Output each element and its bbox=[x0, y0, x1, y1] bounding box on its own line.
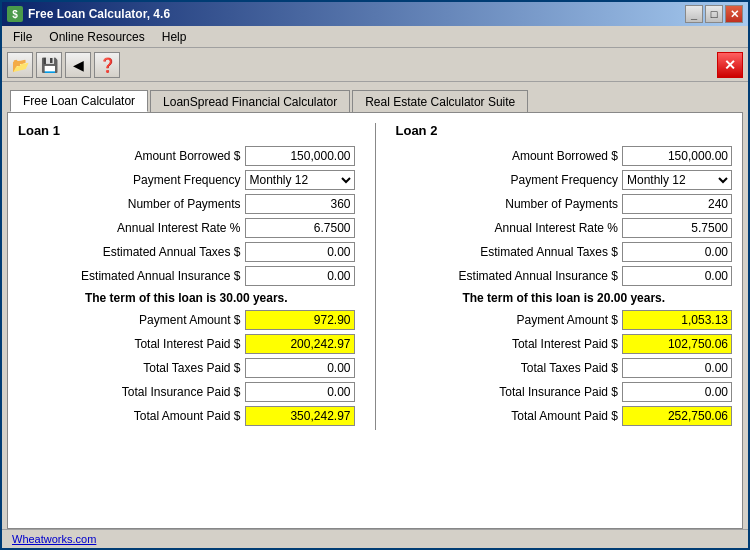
loan1-payment-amount-label: Payment Amount $ bbox=[139, 313, 240, 327]
loan1-total-interest-label: Total Interest Paid $ bbox=[134, 337, 240, 351]
loans-container: Loan 1 Amount Borrowed $ Payment Frequen… bbox=[18, 123, 732, 430]
close-window-button[interactable]: ✕ bbox=[725, 5, 743, 23]
menu-online-resources[interactable]: Online Resources bbox=[43, 28, 150, 46]
loan1-section: Loan 1 Amount Borrowed $ Payment Frequen… bbox=[18, 123, 355, 430]
close-icon: ✕ bbox=[724, 57, 736, 73]
loan1-total-insurance-row: Total Insurance Paid $ bbox=[18, 382, 355, 402]
loan1-amount-row: Amount Borrowed $ bbox=[18, 146, 355, 166]
loan1-total-taxes-label: Total Taxes Paid $ bbox=[143, 361, 240, 375]
loan2-freq-label: Payment Frequency bbox=[511, 173, 618, 187]
footer: Wheatworks.com bbox=[2, 529, 748, 548]
loan2-payments-label: Number of Payments bbox=[505, 197, 618, 211]
loan1-total-insurance-value[interactable] bbox=[245, 382, 355, 402]
loan1-freq-select[interactable]: Monthly 12 Bi-Weekly 26 Weekly 52 bbox=[245, 170, 355, 190]
loan1-payments-input[interactable] bbox=[245, 194, 355, 214]
loan2-total-insurance-value[interactable] bbox=[622, 382, 732, 402]
save-button[interactable]: 💾 bbox=[36, 52, 62, 78]
loan1-payments-label: Number of Payments bbox=[128, 197, 241, 211]
loan2-amount-label: Amount Borrowed $ bbox=[512, 149, 618, 163]
loan2-payment-amount-value[interactable] bbox=[622, 310, 732, 330]
loan1-taxes-row: Estimated Annual Taxes $ bbox=[18, 242, 355, 262]
loan2-total-insurance-row: Total Insurance Paid $ bbox=[396, 382, 733, 402]
loan1-rate-input[interactable] bbox=[245, 218, 355, 238]
loan1-total-interest-value[interactable] bbox=[245, 334, 355, 354]
loan2-taxes-label: Estimated Annual Taxes $ bbox=[480, 245, 618, 259]
open-icon: 📂 bbox=[12, 57, 29, 73]
tab-real-estate[interactable]: Real Estate Calculator Suite bbox=[352, 90, 528, 112]
loan1-total-interest-row: Total Interest Paid $ bbox=[18, 334, 355, 354]
loan1-rate-label: Annual Interest Rate % bbox=[117, 221, 240, 235]
tab-free-loan-calculator[interactable]: Free Loan Calculator bbox=[10, 90, 148, 112]
loan1-title: Loan 1 bbox=[18, 123, 355, 138]
menu-file[interactable]: File bbox=[7, 28, 38, 46]
loan2-insurance-input[interactable] bbox=[622, 266, 732, 286]
loan1-total-taxes-value[interactable] bbox=[245, 358, 355, 378]
help-icon: ❓ bbox=[99, 57, 116, 73]
toolbar: 📂 💾 ◀ ❓ ✕ bbox=[2, 48, 748, 82]
loan2-total-amount-row: Total Amount Paid $ bbox=[396, 406, 733, 426]
loan2-freq-select[interactable]: Monthly 12 Bi-Weekly 26 Weekly 52 bbox=[622, 170, 732, 190]
loan2-payments-input[interactable] bbox=[622, 194, 732, 214]
main-content: Loan 1 Amount Borrowed $ Payment Frequen… bbox=[7, 112, 743, 529]
loan2-payment-amount-label: Payment Amount $ bbox=[517, 313, 618, 327]
help-button[interactable]: ❓ bbox=[94, 52, 120, 78]
loan2-total-amount-value[interactable] bbox=[622, 406, 732, 426]
loan2-taxes-input[interactable] bbox=[622, 242, 732, 262]
save-icon: 💾 bbox=[41, 57, 58, 73]
menu-bar: File Online Resources Help bbox=[2, 26, 748, 48]
open-button[interactable]: 📂 bbox=[7, 52, 33, 78]
loan1-freq-label: Payment Frequency bbox=[133, 173, 240, 187]
loan2-payment-amount-row: Payment Amount $ bbox=[396, 310, 733, 330]
tab-loanspread[interactable]: LoanSpread Financial Calculator bbox=[150, 90, 350, 112]
maximize-button[interactable]: □ bbox=[705, 5, 723, 23]
loan1-insurance-input[interactable] bbox=[245, 266, 355, 286]
loan2-total-taxes-value[interactable] bbox=[622, 358, 732, 378]
loan1-total-insurance-label: Total Insurance Paid $ bbox=[122, 385, 241, 399]
loan1-payments-row: Number of Payments bbox=[18, 194, 355, 214]
close-button[interactable]: ✕ bbox=[717, 52, 743, 78]
loan2-freq-row: Payment Frequency Monthly 12 Bi-Weekly 2… bbox=[396, 170, 733, 190]
loan2-rate-label: Annual Interest Rate % bbox=[495, 221, 618, 235]
loan2-section: Loan 2 Amount Borrowed $ Payment Frequen… bbox=[396, 123, 733, 430]
loan1-amount-label: Amount Borrowed $ bbox=[134, 149, 240, 163]
loan2-total-insurance-label: Total Insurance Paid $ bbox=[499, 385, 618, 399]
footer-link[interactable]: Wheatworks.com bbox=[12, 533, 96, 545]
loan1-payment-amount-value[interactable] bbox=[245, 310, 355, 330]
loan2-total-interest-label: Total Interest Paid $ bbox=[512, 337, 618, 351]
loan2-title: Loan 2 bbox=[396, 123, 733, 138]
loan1-freq-row: Payment Frequency Monthly 12 Bi-Weekly 2… bbox=[18, 170, 355, 190]
vertical-divider bbox=[375, 123, 376, 430]
title-bar-left: $ Free Loan Calculator, 4.6 bbox=[7, 6, 170, 22]
loan1-term-label: The term of this loan is 30.00 years. bbox=[18, 291, 355, 305]
loan2-insurance-row: Estimated Annual Insurance $ bbox=[396, 266, 733, 286]
loan1-total-amount-value[interactable] bbox=[245, 406, 355, 426]
loan1-amount-input[interactable] bbox=[245, 146, 355, 166]
loan2-payments-row: Number of Payments bbox=[396, 194, 733, 214]
loan1-taxes-input[interactable] bbox=[245, 242, 355, 262]
loan2-taxes-row: Estimated Annual Taxes $ bbox=[396, 242, 733, 262]
loan2-total-amount-label: Total Amount Paid $ bbox=[511, 409, 618, 423]
loan2-term-label: The term of this loan is 20.00 years. bbox=[396, 291, 733, 305]
main-window: $ Free Loan Calculator, 4.6 _ □ ✕ File O… bbox=[0, 0, 750, 550]
app-icon: $ bbox=[7, 6, 23, 22]
loan2-amount-input[interactable] bbox=[622, 146, 732, 166]
loan2-insurance-label: Estimated Annual Insurance $ bbox=[459, 269, 618, 283]
loan2-total-taxes-row: Total Taxes Paid $ bbox=[396, 358, 733, 378]
loan2-total-taxes-label: Total Taxes Paid $ bbox=[521, 361, 618, 375]
minimize-button[interactable]: _ bbox=[685, 5, 703, 23]
loan1-total-amount-label: Total Amount Paid $ bbox=[134, 409, 241, 423]
loan1-taxes-label: Estimated Annual Taxes $ bbox=[103, 245, 241, 259]
title-buttons: _ □ ✕ bbox=[685, 5, 743, 23]
loan1-total-taxes-row: Total Taxes Paid $ bbox=[18, 358, 355, 378]
loan1-insurance-label: Estimated Annual Insurance $ bbox=[81, 269, 240, 283]
window-title: Free Loan Calculator, 4.6 bbox=[28, 7, 170, 21]
back-button[interactable]: ◀ bbox=[65, 52, 91, 78]
loan2-rate-row: Annual Interest Rate % bbox=[396, 218, 733, 238]
loan1-total-amount-row: Total Amount Paid $ bbox=[18, 406, 355, 426]
menu-help[interactable]: Help bbox=[156, 28, 193, 46]
loan2-rate-input[interactable] bbox=[622, 218, 732, 238]
loan2-total-interest-value[interactable] bbox=[622, 334, 732, 354]
title-bar: $ Free Loan Calculator, 4.6 _ □ ✕ bbox=[2, 2, 748, 26]
loan2-total-interest-row: Total Interest Paid $ bbox=[396, 334, 733, 354]
tabs-bar: Free Loan Calculator LoanSpread Financia… bbox=[2, 82, 748, 112]
